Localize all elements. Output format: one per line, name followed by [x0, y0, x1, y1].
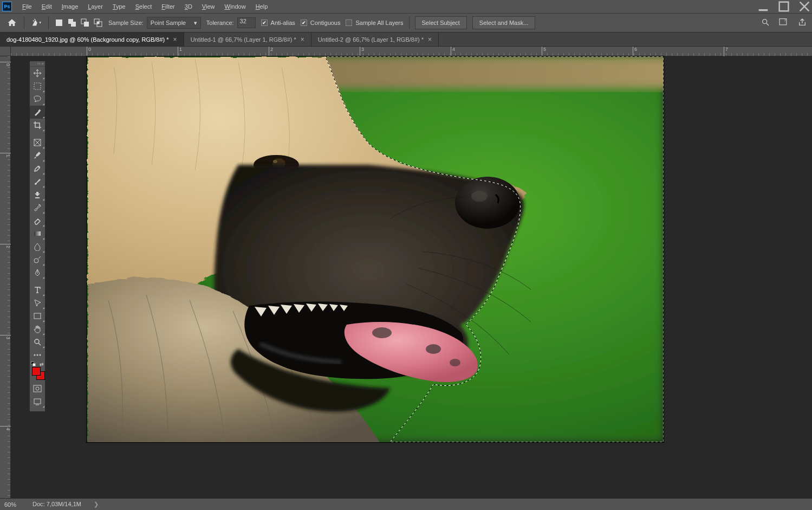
close-button[interactable] — [799, 2, 810, 11]
workspace-switcher-icon[interactable] — [778, 18, 789, 28]
tab-close-icon[interactable]: × — [428, 36, 432, 43]
svg-rect-1 — [779, 2, 789, 11]
svg-rect-11 — [97, 22, 99, 24]
menu-3d[interactable]: 3D — [180, 1, 197, 12]
tool-path-select[interactable] — [30, 296, 45, 309]
home-icon[interactable] — [5, 16, 18, 29]
quick-mask-icon[interactable] — [30, 382, 45, 395]
svg-rect-6 — [71, 22, 76, 27]
search-icon[interactable] — [761, 18, 770, 28]
zoom-level[interactable]: 60% — [4, 501, 16, 508]
tools-panel[interactable]: ››× ⇄ — [29, 61, 46, 412]
work-area: 01234567 01234 — [0, 47, 812, 498]
tolerance-input[interactable]: 32 — [237, 17, 256, 28]
tool-history-brush[interactable] — [30, 201, 45, 214]
menu-image[interactable]: Image — [57, 1, 83, 12]
menu-type[interactable]: Type — [108, 1, 131, 12]
status-menu-chevron-icon[interactable]: ❯ — [86, 501, 99, 507]
selection-mode-icons[interactable] — [54, 18, 103, 28]
svg-point-34 — [36, 387, 39, 390]
subtract-selection-icon[interactable] — [80, 18, 90, 28]
menu-view[interactable]: View — [197, 1, 220, 12]
tool-gradient[interactable] — [30, 227, 45, 240]
tool-move[interactable] — [30, 67, 45, 80]
tool-eyedropper[interactable] — [30, 149, 45, 162]
tab-close-icon[interactable]: × — [173, 36, 177, 43]
sample-size-select[interactable]: Point Sample▾ — [147, 17, 201, 29]
tool-eraser[interactable] — [30, 214, 45, 227]
svg-point-32 — [40, 354, 41, 356]
tool-frame[interactable] — [30, 136, 45, 149]
menu-select[interactable]: Select — [131, 1, 157, 12]
foreground-color[interactable] — [32, 367, 41, 376]
select-and-mask-button[interactable]: Select and Mask... — [472, 16, 536, 29]
tool-hand[interactable] — [30, 322, 45, 335]
tool-crop[interactable] — [30, 119, 45, 132]
svg-rect-33 — [34, 385, 41, 392]
tool-dodge[interactable] — [30, 253, 45, 266]
ruler-horizontal[interactable]: 01234567 — [11, 47, 812, 56]
select-subject-button[interactable]: Select Subject — [415, 16, 467, 29]
svg-rect-15 — [314, 56, 664, 89]
swap-colors-icon[interactable]: ⇄ — [40, 361, 44, 367]
document-tab-bar: dog-4180480_1920.jpg @ 60% (Background c… — [0, 33, 812, 47]
menu-edit[interactable]: Edit — [37, 1, 57, 12]
screen-mode-icon[interactable] — [30, 395, 45, 408]
tolerance-label: Tolerance: — [206, 20, 234, 26]
ruler-vertical[interactable]: 01234 — [0, 56, 11, 498]
svg-rect-0 — [759, 9, 768, 11]
tool-healing[interactable] — [30, 162, 45, 175]
tool-zoom[interactable] — [30, 335, 45, 348]
app-icon: Ps — [2, 2, 12, 11]
svg-rect-4 — [56, 20, 62, 26]
svg-point-29 — [35, 339, 39, 344]
new-selection-icon[interactable] — [54, 18, 64, 28]
status-bar: 60% Doc: 7,03M/14,1M ❯ — [0, 498, 812, 510]
maximize-button[interactable] — [778, 2, 789, 11]
menu-layer[interactable]: Layer — [83, 1, 108, 12]
svg-point-30 — [34, 354, 36, 356]
svg-point-20 — [471, 191, 488, 202]
default-colors-icon[interactable] — [31, 361, 36, 367]
menu-window[interactable]: Window — [220, 1, 251, 12]
sample-size-label: Sample Size: — [108, 20, 144, 26]
tool-brush[interactable] — [30, 175, 45, 188]
svg-point-3 — [34, 19, 35, 20]
tool-clone[interactable] — [30, 188, 45, 201]
doc-size[interactable]: Doc: 7,03M/14,1M — [33, 501, 81, 507]
document-tab[interactable]: Untitled-2 @ 66,7% (Layer 1, RGB/8#) *× — [311, 33, 439, 46]
document-tab[interactable]: Untitled-1 @ 66,7% (Layer 1, RGB/8#) *× — [184, 33, 311, 46]
tool-lasso[interactable] — [30, 93, 45, 106]
tool-blur[interactable] — [30, 240, 45, 253]
tool-magic-wand[interactable] — [30, 106, 45, 119]
share-icon[interactable] — [798, 18, 807, 28]
svg-rect-26 — [34, 231, 41, 236]
intersect-selection-icon[interactable] — [93, 18, 103, 28]
contiguous-checkbox[interactable]: Contiguous — [301, 20, 341, 26]
svg-rect-28 — [34, 313, 41, 319]
svg-point-31 — [37, 354, 38, 356]
tool-pen[interactable] — [30, 266, 45, 279]
menu-help[interactable]: Help — [251, 1, 273, 12]
canvas[interactable] — [87, 56, 664, 442]
ruler-origin[interactable] — [0, 47, 11, 56]
tool-rectangle[interactable] — [30, 309, 45, 322]
menu-filter[interactable]: Filter — [157, 1, 179, 12]
tool-preset-picker[interactable] — [30, 16, 43, 29]
svg-rect-35 — [34, 399, 41, 404]
minimize-button[interactable] — [758, 2, 769, 11]
menu-file[interactable]: File — [17, 1, 37, 12]
tool-marquee[interactable] — [30, 80, 45, 93]
anti-alias-checkbox[interactable]: Anti-alias — [261, 20, 295, 26]
svg-point-22 — [426, 344, 441, 354]
menu-bar: Ps FileEditImageLayerTypeSelectFilter3DV… — [0, 0, 812, 13]
svg-point-21 — [372, 327, 392, 338]
svg-point-18 — [273, 160, 277, 163]
document-tab[interactable]: dog-4180480_1920.jpg @ 60% (Background c… — [0, 33, 184, 46]
tab-close-icon[interactable]: × — [301, 36, 304, 43]
add-selection-icon[interactable] — [67, 18, 77, 28]
sample-all-checkbox[interactable]: Sample All Layers — [346, 20, 403, 26]
edit-toolbar-icon[interactable] — [30, 348, 45, 361]
tool-type[interactable] — [30, 283, 45, 296]
color-swatches[interactable]: ⇄ — [30, 361, 45, 378]
